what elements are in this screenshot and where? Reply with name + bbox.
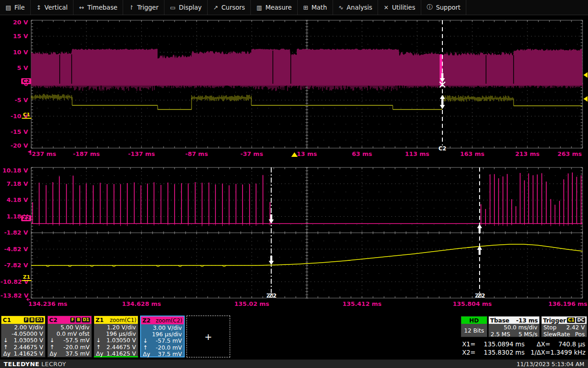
- descriptor-line: ↑2.44675 V: [1, 344, 45, 350]
- trace-badge-d1: D1: [82, 317, 90, 322]
- top-plot-x-label: -87 ms: [185, 150, 208, 157]
- x1-label: X1=: [462, 340, 478, 348]
- trigger-source-badge: C1: [567, 317, 575, 323]
- add-trace-button[interactable]: +: [187, 316, 230, 357]
- menu-item-label: File: [14, 4, 25, 11]
- menu-item-timebase[interactable]: ↔Timebase: [74, 0, 123, 15]
- descriptor-line-prefix: ↓: [3, 337, 12, 344]
- trigger-box[interactable]: Trigger C1 DC Stop 2.42 V SlewRate Pos: [541, 316, 587, 337]
- menu-item-label: Vertical: [45, 4, 68, 11]
- x2-value: 135.8302 ms: [478, 349, 525, 356]
- menu-item-analysis[interactable]: ∿Analysis: [333, 0, 379, 15]
- bottom-plot-y-label: -4.82 V: [0, 246, 28, 253]
- descriptor-z1[interactable]: Z1zoom(C1)1.20 V/div196 µs/div↓1.03050 V…: [94, 316, 138, 357]
- descriptor-header: Z1zoom(C1): [94, 316, 138, 324]
- top-plot-x-label: 63 ms: [352, 150, 372, 157]
- top-plot-y-label: -5 V: [0, 97, 28, 104]
- timebase-box[interactable]: Tbase -13 ms 50.0 ms/div 2.5 MS 5 MS/s: [488, 316, 540, 337]
- x1-value: 135.0894 ms: [478, 340, 525, 348]
- descriptor-line: ↑-20.0 mV: [48, 344, 91, 350]
- file-icon: ▤: [6, 4, 11, 11]
- trigger-type: SlewRate: [543, 331, 570, 338]
- top-plot-x-label: 213 ms: [515, 150, 540, 157]
- trace-id: Z1: [96, 316, 104, 323]
- descriptor-line-value: 5.00 V/div: [58, 324, 90, 331]
- scope-display: [0, 0, 588, 368]
- descriptor-line: 5.00 V/div: [48, 324, 91, 330]
- menu-item-measure[interactable]: ▥Measure: [251, 0, 298, 15]
- descriptor-line-prefix: ↓: [143, 337, 152, 344]
- c1-waveform: [31, 94, 582, 109]
- menu-item-label: Analysis: [347, 4, 373, 11]
- descriptor-line: ↑-20.0 mV: [141, 344, 184, 351]
- menu-item-display[interactable]: ▭Display: [164, 0, 208, 15]
- descriptor-z2[interactable]: Z2zoom(C2)3.00 V/div196 µs/div↓-57.5 mV↑…: [140, 316, 185, 357]
- trigger-icon: ↾: [129, 4, 134, 11]
- top-plot-y-label: 5 V: [0, 64, 28, 71]
- c2-zero-tag[interactable]: C2: [21, 78, 31, 84]
- trigger-slope: Pos: [575, 331, 585, 338]
- bottom-cursor1-label-z2[interactable]: Z2: [269, 293, 277, 299]
- trace-badge-b: B: [29, 317, 34, 322]
- descriptor-line-value: 37.5 mV: [152, 351, 182, 357]
- menu-item-trigger[interactable]: ↾Trigger: [123, 0, 164, 15]
- descriptor-line-value: 0.0 mV ofst: [57, 330, 90, 337]
- timebase-icon: ↔: [79, 4, 84, 11]
- cursors-icon: ↗: [213, 4, 218, 11]
- trace-source: zoom(C1): [110, 317, 136, 323]
- menu-item-label: Utilities: [392, 4, 415, 11]
- descriptor-line-value: 1.41625 V: [12, 350, 43, 357]
- c2-waveform: [31, 49, 582, 92]
- descriptor-line: -4.05000 V: [1, 330, 45, 337]
- menu-item-label: Support: [436, 4, 460, 11]
- top-plot-cursor[interactable]: [440, 20, 445, 145]
- top-cursor-label[interactable]: C2: [436, 145, 448, 152]
- timebase-offset: -13 ms: [516, 317, 538, 324]
- bottom-plot-cursor-2[interactable]: [477, 167, 482, 293]
- math-icon: ⊞: [303, 4, 308, 11]
- menu-item-file[interactable]: ▤File: [0, 0, 31, 15]
- bottom-plot-grid: [31, 167, 582, 298]
- menu-item-utilities[interactable]: ✕Utilities: [378, 0, 421, 15]
- trigger-label: Trigger: [543, 317, 566, 324]
- descriptor-line-value: 3.00 V/div: [152, 324, 182, 331]
- menu-item-cursors[interactable]: ↗Cursors: [208, 0, 251, 15]
- trigger-level-marker: [583, 72, 588, 78]
- descriptor-line-value: 37.5 mV: [58, 350, 90, 357]
- bottom-plot-x-label: 135.804 ms: [452, 300, 492, 307]
- bottom-plot-y-label: 7.18 V: [0, 180, 28, 187]
- descriptor-line-value: -20.0 mV: [152, 344, 182, 351]
- c1-zero-tag[interactable]: C1: [22, 112, 32, 119]
- descriptor-line-value: 1.03050 V: [12, 337, 43, 344]
- descriptor-line: Δy37.5 mV: [141, 351, 184, 357]
- top-plot-x-label: 163 ms: [460, 150, 485, 157]
- descriptor-c2[interactable]: C2FBD15.00 V/div0.0 mV ofst↓-57.5 mV↑-20…: [47, 316, 92, 357]
- descriptor-line: ↓1.03050 V: [1, 337, 45, 344]
- menu-item-support[interactable]: ⓘSupport: [421, 0, 466, 15]
- top-plot-y-label: -20 V: [0, 142, 28, 149]
- descriptor-line: Δy37.5 mV: [48, 351, 91, 357]
- top-plot-x-label: -137 ms: [128, 150, 155, 157]
- menu-item-math[interactable]: ⊞Math: [298, 0, 333, 15]
- bottom-plot-y-label: -1.82 V: [0, 229, 28, 236]
- top-plot-x-label: 13 ms: [297, 150, 317, 157]
- bottom-plot-x-label: 134.628 ms: [122, 300, 161, 307]
- descriptor-c1[interactable]: C1FBD12.00 V/div-4.05000 V↓1.03050 V↑2.4…: [1, 316, 45, 357]
- top-plot-y-label: 15 V: [0, 33, 28, 40]
- brand-lecroy: LECROY: [41, 361, 66, 368]
- bottom-cursor2-label-z2[interactable]: Z2: [477, 293, 485, 299]
- hd-mode-box[interactable]: HD 12 Bits: [461, 316, 487, 337]
- descriptor-line-value: 1.20 V/div: [105, 324, 136, 331]
- descriptor-line-prefix: Δy: [50, 350, 58, 357]
- descriptor-line-prefix: ↑: [50, 344, 58, 351]
- oscilloscope-app: ▤File↕Vertical↔Timebase↾Trigger▭Display↗…: [0, 0, 588, 368]
- z1-zero-tag[interactable]: Z1: [22, 274, 32, 281]
- analysis-icon: ∿: [339, 4, 344, 11]
- datetime-display: 11/13/2023 5:13:04 AM: [516, 361, 584, 368]
- bottom-plot-y-label: -13.82 V: [0, 292, 28, 299]
- bottom-plot-cursor-1[interactable]: [269, 167, 274, 293]
- trace-id: Z2: [142, 317, 151, 324]
- descriptor-line-value: 2.44675 V: [12, 344, 43, 351]
- menu-item-vertical[interactable]: ↕Vertical: [31, 0, 74, 15]
- z2-zero-tag[interactable]: Z2: [21, 215, 31, 221]
